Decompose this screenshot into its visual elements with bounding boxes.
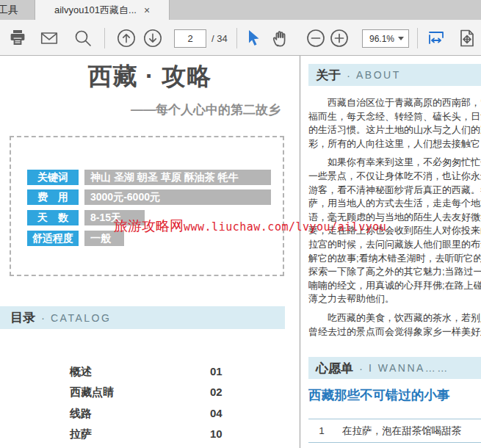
catalog-title-zh: 目录 <box>10 309 35 326</box>
wanna-header: 心愿单 · I WANNA…… <box>308 357 481 379</box>
about-title-zh: 关于 <box>316 67 341 84</box>
catalog-item-label: 拉萨 <box>70 427 92 441</box>
toolbar-separator <box>104 28 105 48</box>
zoom-in-button[interactable] <box>329 28 350 48</box>
right-page: 关于 · ABOUT 西藏自治区位于青藏高原的西南部，雪 福而生，每天念经、转经… <box>300 56 481 448</box>
paragraph-line: 拉宫的时候，去问问藏族人他们眼里的布达 <box>308 238 481 252</box>
catalog-item-page: 10 <box>210 427 223 440</box>
watermark: 旅游攻略网 www.liuchaw.com/lvyou/ailvyou <box>114 217 386 236</box>
info-value: 3000元-6000元 <box>84 189 271 205</box>
wanna-title-zh: 心愿单 <box>316 360 353 377</box>
catalog-item-page: 02 <box>210 386 223 398</box>
zoom-out-button[interactable] <box>305 28 326 48</box>
info-label: 关键词 <box>27 170 79 185</box>
tab-tools[interactable]: 工具 <box>0 0 26 20</box>
page-number-input[interactable] <box>174 29 206 48</box>
document-viewer[interactable]: 西藏 · 攻略 ——每个人心中的第二故乡 关键词 神山 圣湖 朝圣 草原 酥油茶… <box>0 56 481 448</box>
dot-separator: · <box>41 311 45 324</box>
paragraph: 吃西藏的美食，饮西藏的茶水，若别人 曾经去过的景点而会觉得象家乡一样美好亲 <box>308 311 481 339</box>
catalog-item[interactable]: 线路 04 <box>0 407 300 420</box>
zoom-in-icon <box>329 28 350 48</box>
catalog-item-label: 西藏点睛 <box>70 386 114 400</box>
document-subtitle: ——每个人心中的第二故乡 <box>0 101 281 118</box>
next-page-button[interactable] <box>142 28 163 48</box>
watermark-text-zh: 旅游攻略网 <box>114 217 184 236</box>
catalog-item-page: 01 <box>210 365 223 377</box>
select-cursor-icon <box>245 28 264 48</box>
zoom-out-icon <box>305 28 326 48</box>
catalog-title-en: CATALOG <box>51 312 111 324</box>
wanna-item-text: 在拉萨，泡在甜茶馆喝甜茶 <box>342 424 461 438</box>
info-label: 舒适程度 <box>27 231 79 246</box>
fit-page-button[interactable] <box>457 28 477 48</box>
zoom-level-select[interactable]: 96.1% <box>362 29 409 48</box>
hand-tool-button[interactable] <box>270 28 291 48</box>
search-icon <box>73 28 93 48</box>
info-value: 神山 圣湖 朝圣 草原 酥油茶 牦牛 <box>84 170 271 185</box>
catalog-item[interactable]: 拉萨 10 <box>0 427 300 441</box>
print-button[interactable] <box>7 28 28 48</box>
catalog-item[interactable]: 概述 01 <box>0 365 300 378</box>
dot-separator: · <box>347 69 350 82</box>
about-header: 关于 · ABOUT <box>308 64 481 86</box>
paragraph-line: 一些景点，不仅让身体吃不消，也让你永远 <box>308 170 481 184</box>
email-icon <box>39 28 59 48</box>
paragraph-line: 薄之力去帮助他们。 <box>308 292 481 306</box>
paragraph-line: 探索一下除了高之外的其它魅力;当路过一些 <box>308 265 481 279</box>
catalog-item-label: 概述 <box>70 365 92 379</box>
tab-title: ailvyou101西藏自... <box>54 4 137 17</box>
page-down-icon <box>142 27 163 49</box>
info-box: 关键词 神山 圣湖 朝圣 草原 酥油茶 牦牛 费 用 3000元-6000元 天… <box>10 136 284 276</box>
previous-page-button[interactable] <box>116 28 137 48</box>
fit-page-icon <box>457 28 477 48</box>
paragraph-line: 曾经去过的景点而会觉得象家乡一样美好亲 <box>308 325 481 339</box>
toolbar: / 34 96.1% <box>0 20 481 56</box>
paragraph: 西藏自治区位于青藏高原的西南部，雪 福而生，每天念经、转经筒、磕长头，日复 的生… <box>308 96 481 151</box>
wanna-item-number: 1 <box>311 425 332 436</box>
info-label: 费 用 <box>27 189 79 205</box>
wanna-title-en: I WANNA…… <box>369 362 449 374</box>
toolbar-separator <box>236 28 237 48</box>
paragraph-line: 西藏自治区位于青藏高原的西南部，雪 <box>308 96 481 110</box>
zoom-level-value: 96.1% <box>363 34 398 44</box>
paragraph-line: 福而生，每天念经、转经筒、磕长头，日复 <box>308 110 481 124</box>
dot-separator: · <box>359 362 363 375</box>
toolbar-separator <box>417 28 418 48</box>
email-button[interactable] <box>39 28 59 48</box>
wanna-list: 1 在拉萨，泡在甜茶馆喝甜茶 <box>308 419 481 443</box>
catalog-item-page: 04 <box>210 407 223 419</box>
catalog-header: 目录 · CATALOG <box>0 306 285 329</box>
fit-width-icon <box>426 28 446 48</box>
catalog-item-label: 线路 <box>70 407 92 421</box>
page-up-icon <box>116 27 137 49</box>
page-total-label: / 34 <box>211 29 228 48</box>
close-icon[interactable]: × <box>144 5 150 15</box>
paragraph-line: 喃喃的经文，用真诚的心拜拜佛;在路上碰见 <box>308 279 481 293</box>
wanna-heading: 西藏那些不可错过的小事 <box>308 386 450 404</box>
paragraph-line: 如果你有幸来到这里，不必匆匆忙忙去 <box>308 156 481 170</box>
hand-icon <box>270 28 291 48</box>
catalog-item[interactable]: 西藏点睛 02 <box>0 386 300 399</box>
watermark-url: www.liuchaw.com/lvyou/ailvyou <box>184 220 386 234</box>
document-title: 西藏 · 攻略 <box>0 60 300 93</box>
print-icon <box>7 28 28 48</box>
about-title-en: ABOUT <box>356 69 401 81</box>
paragraph-line: 吃西藏的美食，饮西藏的茶水，若别人 <box>308 311 481 325</box>
tab-bar: 工具 ailvyou101西藏自... × <box>0 0 481 20</box>
paragraph-line: 游客，看不清神秘面纱背后真正的西藏。尝 <box>308 184 481 198</box>
tab-document[interactable]: ailvyou101西藏自... × <box>35 0 170 20</box>
paragraph-line: 彩，所有的人向往这里，人们想去接触它， <box>308 137 481 151</box>
info-label: 天 数 <box>27 210 79 225</box>
fit-width-button[interactable] <box>426 28 446 48</box>
paragraph-line: 萨，用当地人的方式去生活，走走每个地方 <box>308 197 481 211</box>
chevron-down-icon <box>398 37 404 40</box>
search-button[interactable] <box>73 28 93 48</box>
paragraph-line: 的生活习惯。这片土地的山水与之人们的宗 <box>308 123 481 137</box>
select-tool-button[interactable] <box>244 28 264 48</box>
wanna-list-item: 1 在拉萨，泡在甜茶馆喝甜茶 <box>308 419 481 443</box>
paragraph-line: 解它的故事;看纳木错圣湖时，去听听它的传 <box>308 252 481 266</box>
